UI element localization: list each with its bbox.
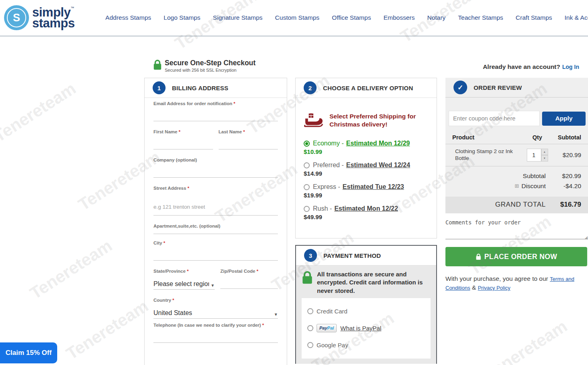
field-company: Company (optional) xyxy=(153,158,278,178)
payment-option-paypal[interactable]: PayPal What is PayPal xyxy=(307,320,425,337)
street-input[interactable] xyxy=(153,191,278,216)
apartment-input[interactable] xyxy=(153,228,278,234)
city-input[interactable] xyxy=(153,245,278,261)
coupon-input[interactable] xyxy=(449,111,540,126)
option-estimate-link[interactable]: Estimated Wed 12/24 xyxy=(346,162,410,169)
radio-icon[interactable] xyxy=(304,162,310,168)
login-link[interactable]: Log In xyxy=(562,64,579,70)
payment-option-credit-card[interactable]: Credit Card xyxy=(307,303,425,320)
secure-checkout-header: Secure One-Step Checkout Secured with 25… xyxy=(153,59,256,73)
option-estimate-link[interactable]: Estimated Mon 12/29 xyxy=(346,140,410,147)
field-country: Country* United States ▼ xyxy=(153,298,278,319)
qty-input[interactable] xyxy=(527,149,541,162)
column-subtotal: Subtotal xyxy=(552,134,581,141)
shipping-option-economy[interactable]: Economy - Estimated Mon 12/29 $10.99 xyxy=(304,140,429,155)
resize-handle-icon[interactable]: ◢ xyxy=(585,235,588,239)
qty-decrease-button[interactable]: ▼ xyxy=(541,155,548,162)
subtotal-row: Subtotal $20.99 xyxy=(452,172,581,180)
radio-icon[interactable] xyxy=(307,325,313,331)
trademark-symbol: ™ xyxy=(70,6,74,10)
country-select[interactable]: United States ▼ xyxy=(153,303,278,319)
field-last-name: Last Name* xyxy=(219,129,278,149)
place-order-button[interactable]: PLACE ORDER NOW xyxy=(445,247,587,266)
zip-label: Zip/Postal Code xyxy=(220,269,255,274)
nav-craft-stamps[interactable]: Craft Stamps xyxy=(516,14,552,21)
nav-ink-accessories[interactable]: Ink & Access xyxy=(565,14,588,21)
nav-custom-stamps[interactable]: Custom Stamps xyxy=(275,14,319,21)
last-name-input[interactable] xyxy=(219,134,278,149)
required-mark: * xyxy=(257,269,258,274)
payment-title: PAYMENT METHOD xyxy=(323,252,381,259)
required-mark: * xyxy=(187,269,188,274)
order-table-header: Product Qty Subtotal xyxy=(445,126,588,144)
field-first-name: First Name* xyxy=(153,129,213,149)
payment-option-label: Credit Card xyxy=(317,308,348,315)
billing-header: 1 BILLING ADDRESS xyxy=(145,78,287,98)
logo-text: simply™ stamps xyxy=(32,7,75,29)
required-mark: * xyxy=(234,101,235,106)
field-street: Street Address* xyxy=(153,186,278,216)
shipping-option-rush[interactable]: Rush - Estimated Mon 12/22 $49.99 xyxy=(304,205,429,220)
order-comments-input[interactable] xyxy=(445,217,588,239)
subtotal-label: Subtotal xyxy=(523,172,546,180)
field-apartment: Apartment,suite,etc. (optional) xyxy=(153,224,278,234)
what-is-paypal-link[interactable]: What is PayPal xyxy=(340,325,381,332)
lock-icon xyxy=(302,270,313,285)
state-select[interactable]: Please select region ▼ xyxy=(153,274,215,290)
apply-coupon-button[interactable]: Apply xyxy=(542,112,586,126)
logo-stamp-icon: S xyxy=(4,5,29,30)
first-name-input[interactable] xyxy=(153,134,213,149)
telephone-input[interactable] xyxy=(153,328,278,343)
discount-icon: ⊞ xyxy=(515,183,519,189)
email-input[interactable] xyxy=(153,106,278,121)
logo[interactable]: S simply™ stamps xyxy=(4,5,75,30)
field-zip: Zip/Postal Code* xyxy=(220,269,278,290)
privacy-link[interactable]: Privacy Policy xyxy=(478,285,510,291)
nav-notary[interactable]: Notary xyxy=(427,14,446,21)
country-select-value: United States xyxy=(153,309,192,317)
order-review-header: ✓ ORDER REVIEW xyxy=(445,78,588,97)
radio-icon[interactable] xyxy=(304,184,310,190)
lock-icon xyxy=(476,253,481,260)
company-label: Company (optional) xyxy=(153,158,197,162)
option-name: Economy - xyxy=(313,140,344,147)
agreement-text: With your purchase, you agree to our xyxy=(445,275,548,282)
first-name-label: First Name xyxy=(153,129,177,134)
sleigh-icon xyxy=(304,112,324,129)
option-estimate-link[interactable]: Estimated Mon 12/22 xyxy=(334,205,398,212)
payment-option-google-pay[interactable]: Google Pay xyxy=(307,337,425,354)
nav-office-stamps[interactable]: Office Stamps xyxy=(332,14,371,21)
radio-selected-icon[interactable] xyxy=(304,141,310,147)
radio-icon[interactable] xyxy=(307,308,313,314)
telephone-label: Telephone (In case we need to clarify yo… xyxy=(153,323,261,328)
required-mark: * xyxy=(262,323,264,328)
order-item-row: Clothing Stamp 2 oz Ink Bottle ▲ ▼ $20.9… xyxy=(445,144,588,166)
place-order-label: PLACE ORDER NOW xyxy=(484,253,557,261)
option-estimate-link[interactable]: Estimated Tue 12/23 xyxy=(343,183,404,191)
delivery-option-card: 2 CHOOSE A DELIVERY OPTION Select Prefer… xyxy=(295,78,437,238)
payment-header: 3 PAYMENT METHOD xyxy=(296,246,436,265)
claim-discount-button[interactable]: Claim 15% Off xyxy=(0,342,57,363)
order-review-title: ORDER REVIEW xyxy=(474,84,522,91)
discount-row: ⊞ Discount -$4.20 xyxy=(452,182,581,190)
required-mark: * xyxy=(187,186,189,191)
nav-signature-stamps[interactable]: Signature Stamps xyxy=(213,14,263,21)
option-price: $10.99 xyxy=(304,148,429,155)
company-input[interactable] xyxy=(153,162,278,178)
nav-teacher-stamps[interactable]: Teacher Stamps xyxy=(458,14,503,21)
nav-address-stamps[interactable]: Address Stamps xyxy=(106,14,151,21)
radio-icon[interactable] xyxy=(304,206,310,212)
delivery-header: 2 CHOOSE A DELIVERY OPTION xyxy=(296,78,437,98)
payment-method-card: 3 PAYMENT METHOD All transactions are se… xyxy=(295,245,437,364)
shipping-option-preferred[interactable]: Preferred - Estimated Wed 12/24 $14.99 xyxy=(304,162,429,177)
grand-total-value: $16.79 xyxy=(546,201,581,209)
nav-embossers[interactable]: Embossers xyxy=(383,14,415,21)
zip-input[interactable] xyxy=(220,274,278,289)
shipping-option-express[interactable]: Express - Estimated Tue 12/23 $19.99 xyxy=(304,183,429,199)
secure-checkout-subtitle: Secured with 256 bit SSL Encryption xyxy=(165,68,256,73)
billing-address-card: 1 BILLING ADDRESS Email Address for orde… xyxy=(144,78,287,365)
nav-logo-stamps[interactable]: Logo Stamps xyxy=(164,14,200,21)
radio-icon[interactable] xyxy=(307,342,313,348)
billing-title: BILLING ADDRESS xyxy=(172,85,228,91)
qty-increase-button[interactable]: ▲ xyxy=(541,149,548,155)
